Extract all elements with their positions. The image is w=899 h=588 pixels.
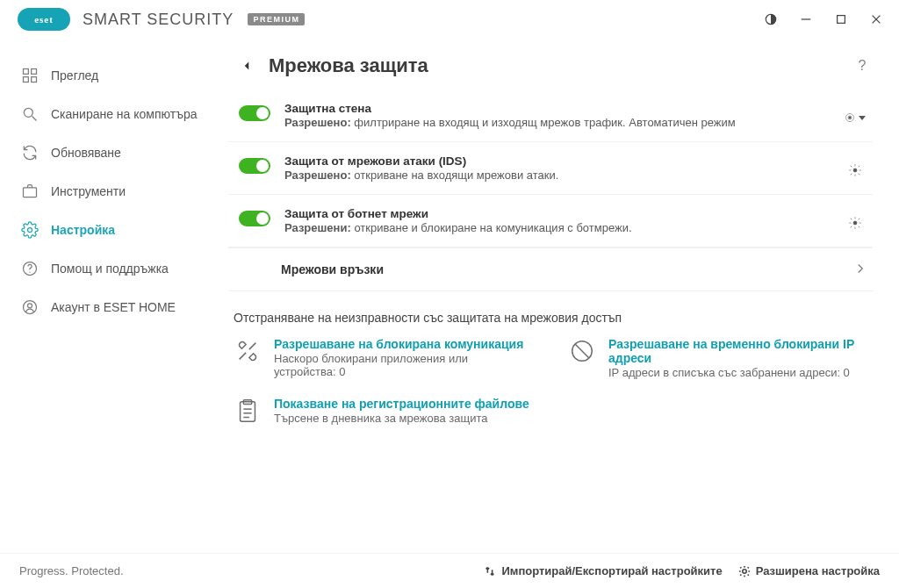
toggle-firewall[interactable] xyxy=(239,105,270,121)
setting-desc: Разрешено: откриване на входящи мрежови … xyxy=(284,169,845,182)
sidebar-item-label: Сканиране на компютъра xyxy=(51,107,197,121)
blocked-icon xyxy=(568,337,596,365)
svg-point-17 xyxy=(24,301,37,314)
sidebar-item-label: Настройка xyxy=(51,223,115,237)
window-controls xyxy=(753,6,894,32)
footer-tagline: Progress. Protected. xyxy=(19,564,124,577)
sidebar-item-account[interactable]: Акаунт в ESET HOME xyxy=(0,288,219,326)
svg-rect-9 xyxy=(24,77,29,82)
svg-rect-10 xyxy=(32,77,37,82)
svg-point-14 xyxy=(28,228,32,233)
premium-badge: PREMIUM xyxy=(248,13,305,25)
close-button[interactable] xyxy=(859,6,894,32)
titlebar: eset SMART SECURITY PREMIUM xyxy=(0,0,899,39)
sidebar-item-tools[interactable]: Инструменти xyxy=(0,172,219,211)
contrast-icon[interactable] xyxy=(753,6,788,32)
user-icon xyxy=(21,298,39,316)
svg-line-12 xyxy=(32,117,37,121)
refresh-icon xyxy=(21,144,39,161)
svg-point-11 xyxy=(24,108,32,117)
network-connections-row[interactable]: Мрежови връзки xyxy=(228,247,873,291)
svg-line-23 xyxy=(575,344,589,358)
troubleshoot-title: Разрешаване на временно блокирани IP адр… xyxy=(608,337,867,365)
minimize-button[interactable] xyxy=(788,6,823,32)
setting-title: Защитна стена xyxy=(284,102,845,115)
help-icon xyxy=(21,260,39,277)
footer: Progress. Protected. Импортирай/Експорти… xyxy=(0,553,899,588)
svg-point-29 xyxy=(742,569,745,572)
page-header: Мрежова защита ? xyxy=(228,39,873,90)
svg-rect-8 xyxy=(32,69,37,75)
sidebar-item-update[interactable]: Обновяване xyxy=(0,133,219,172)
troubleshoot-desc: Търсене в дневника за мрежова защита xyxy=(274,412,529,425)
main-panel: Мрежова защита ? Защитна стена Разрешено… xyxy=(219,39,899,553)
sidebar-item-label: Инструменти xyxy=(51,184,126,198)
svg-point-20 xyxy=(853,169,857,172)
gear-icon[interactable] xyxy=(845,160,866,181)
import-export-icon xyxy=(484,565,496,577)
sidebar-item-setup[interactable]: Настройка xyxy=(0,211,219,249)
gear-icon[interactable] xyxy=(845,212,866,233)
magnifier-icon xyxy=(21,105,39,123)
setting-botnet: Защита от ботнет мрежи Разрешени: открив… xyxy=(228,195,873,247)
svg-point-16 xyxy=(29,272,30,273)
maximize-button[interactable] xyxy=(823,6,859,32)
toggle-botnet[interactable] xyxy=(239,211,270,226)
sidebar-item-scan[interactable]: Сканиране на компютъра xyxy=(0,95,219,133)
chevron-right-icon xyxy=(855,262,866,276)
sidebar-item-label: Помощ и поддръжка xyxy=(51,262,169,276)
toggle-ids[interactable] xyxy=(239,158,270,174)
troubleshoot-heading: Отстраняване на неизправности със защита… xyxy=(228,291,873,333)
troubleshoot-title: Разрешаване на блокирана комуникация xyxy=(274,337,533,351)
troubleshoot-desc: Наскоро блокирани приложения или устройс… xyxy=(274,352,533,378)
sidebar-item-label: Обновяване xyxy=(51,146,121,160)
page-title: Мрежова защита xyxy=(269,54,428,77)
gear-dropdown-icon[interactable] xyxy=(845,107,866,128)
setting-firewall: Защитна стена Разрешено: филтриране на в… xyxy=(228,90,873,142)
svg-rect-7 xyxy=(24,69,29,75)
brand-name: SMART SECURITY xyxy=(83,11,234,29)
troubleshoot-grid: Разрешаване на блокирана комуникация Нас… xyxy=(228,333,873,428)
import-export-button[interactable]: Импортирай/Експортирай настройките xyxy=(484,564,722,577)
link-row-label: Мрежови връзки xyxy=(281,262,384,276)
svg-point-21 xyxy=(853,221,857,225)
setting-desc: Разрешено: филтриране на входящ и изходя… xyxy=(284,116,845,129)
brand-logo: eset SMART SECURITY PREMIUM xyxy=(18,8,305,31)
sidebar-item-label: Акаунт в ESET HOME xyxy=(51,300,176,314)
troubleshoot-desc: IP адреси в списъка със забранени адреси… xyxy=(608,366,867,379)
svg-point-18 xyxy=(28,304,32,308)
setting-ids: Защита от мрежови атаки (IDS) Разрешено:… xyxy=(228,142,873,195)
help-question-icon[interactable]: ? xyxy=(852,55,873,76)
sidebar-item-overview[interactable]: Преглед xyxy=(0,56,219,95)
tools-cross-icon xyxy=(234,337,262,365)
troubleshoot-unblock-ip[interactable]: Разрешаване на временно блокирани IP адр… xyxy=(568,337,867,379)
svg-point-19 xyxy=(849,117,852,119)
back-arrow-icon[interactable] xyxy=(237,56,256,75)
clipboard-icon xyxy=(234,397,262,425)
grid-icon xyxy=(21,67,39,84)
svg-rect-13 xyxy=(24,188,37,197)
troubleshoot-title: Показване на регистрационните файлове xyxy=(274,397,529,411)
advanced-setup-button[interactable]: Разширена настройка xyxy=(738,564,880,577)
troubleshoot-view-logs[interactable]: Показване на регистрационните файлове Тъ… xyxy=(234,397,533,425)
svg-text:eset: eset xyxy=(34,14,54,25)
gear-icon xyxy=(21,221,39,239)
briefcase-icon xyxy=(21,183,39,200)
setting-title: Защита от ботнет мрежи xyxy=(284,207,845,220)
gear-icon xyxy=(738,565,751,577)
setting-title: Защита от мрежови атаки (IDS) xyxy=(284,154,845,168)
sidebar-item-help[interactable]: Помощ и поддръжка xyxy=(0,249,219,288)
svg-rect-4 xyxy=(838,16,845,24)
troubleshoot-unblock-comm[interactable]: Разрешаване на блокирана комуникация Нас… xyxy=(234,337,533,379)
eset-logo-icon: eset xyxy=(18,8,70,31)
sidebar-item-label: Преглед xyxy=(51,68,98,82)
setting-desc: Разрешени: откриване и блокиране на кому… xyxy=(284,221,845,234)
sidebar: Преглед Сканиране на компютъра Обновяван… xyxy=(0,39,219,553)
